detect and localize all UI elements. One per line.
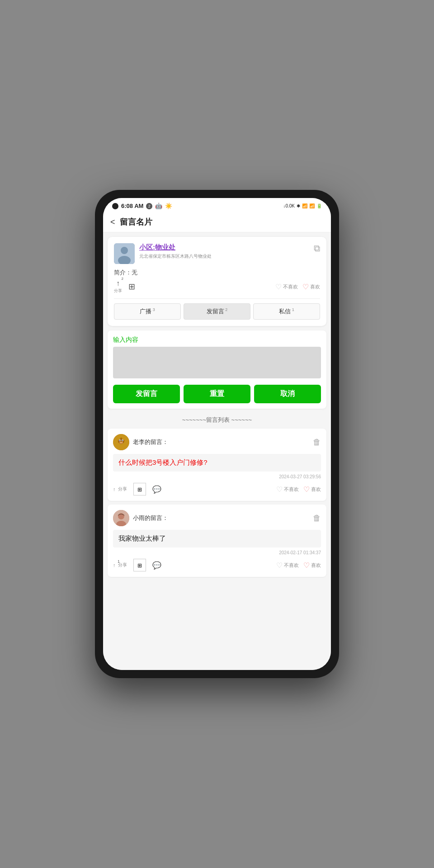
section-divider: ~~~~~~~留言列表 ~~~~~~ (103, 411, 331, 429)
phone-frame: 6:08 AM 2 🤖 ☀️ ↓0.0K ✱ 📶 📶 🔋 < 留言名片 (95, 190, 339, 678)
share-label-1: 分享 (118, 486, 127, 492)
submit-button[interactable]: 发留言 (113, 385, 180, 403)
qr-icon-1[interactable]: ⊞ (133, 483, 146, 495)
comment-like-label-1: 喜欢 (311, 486, 321, 493)
brightness-icon: ☀️ (165, 203, 172, 209)
card-name[interactable]: 小区:物业处 (139, 243, 212, 252)
dislike-button[interactable]: ♡ 不喜欢 (275, 283, 298, 291)
reset-button[interactable]: 重置 (184, 385, 250, 403)
comment-user-2: 小雨的留言： (113, 510, 168, 526)
share-count-small: 2 (122, 277, 123, 281)
input-actions: 发留言 重置 取消 (113, 385, 321, 403)
comment-dislike-label-1: 不喜欢 (284, 486, 299, 493)
svg-point-11 (119, 442, 123, 443)
share-button-small[interactable]: ↑ 2 分享 (114, 279, 122, 294)
tab-broadcast[interactable]: 广播 3 (114, 303, 181, 320)
status-left: 6:08 AM 2 🤖 ☀️ (112, 203, 172, 209)
svg-point-9 (119, 440, 120, 441)
comment-header: 老李的留言： 🗑 (113, 434, 321, 450)
comment-bubble-2[interactable]: 💬 (152, 561, 161, 570)
share-count-2: 1 (118, 559, 120, 564)
comment-dislike-icon-2: ♡ (276, 561, 283, 570)
svg-point-10 (122, 440, 123, 441)
signal-icon-1: 📶 (309, 203, 315, 208)
comment-like-label-2: 喜欢 (311, 562, 321, 569)
comment-user: 老李的留言： (113, 434, 168, 450)
share-icon: ↑ 2 (116, 279, 120, 288)
qr-icon[interactable]: ⊞ (128, 282, 135, 292)
comment-item: 老李的留言： 🗑 什么时候把3号楼入户门修修? 2024-03-27 03:29… (108, 429, 326, 501)
comment-dislike-2[interactable]: ♡ 不喜欢 (276, 561, 299, 570)
like-icon: ♡ (302, 283, 309, 291)
notification-badge: 2 (146, 203, 152, 209)
wifi-icon: 📶 (302, 203, 307, 208)
bluetooth-icon: ✱ (297, 203, 300, 208)
share-label: 分享 (114, 288, 122, 294)
delete-button-2[interactable]: 🗑 (313, 514, 321, 523)
tab-message[interactable]: 私信 1 (253, 303, 320, 320)
comment-dislike-icon-1: ♡ (276, 485, 283, 494)
tab-message-label: 私信 (279, 308, 291, 315)
tab-comment-badge: 2 (224, 307, 228, 312)
comment-bubble-1[interactable]: 💬 (152, 485, 161, 494)
comment-share-1[interactable]: ↑ 分享 (113, 486, 127, 492)
cancel-button[interactable]: 取消 (254, 385, 321, 403)
comment-dislike-1[interactable]: ♡ 不喜欢 (276, 485, 299, 494)
svg-point-1 (121, 247, 128, 254)
comment-input[interactable] (113, 347, 321, 378)
tab-broadcast-badge: 3 (151, 307, 155, 312)
android-icon: 🤖 (155, 203, 162, 209)
page-header: < 留言名片 (103, 212, 331, 232)
comment-item-2: 小雨的留言： 🗑 我家物业太棒了 2024-02-17 01:34:37 ↑ 1… (108, 505, 326, 577)
tab-comment[interactable]: 发留言 2 (184, 303, 250, 320)
qr-icon-2[interactable]: ⊞ (133, 559, 146, 571)
comment-footer-2: ↑ 1 分享 ⊞ 💬 ♡ 不喜欢 ♡ 喜欢 (113, 557, 321, 571)
content-area: 小区:物业处 元北省保定市栋东区木路八号物业处 ⧉ 简介：无 ↑ 2 分享 (103, 232, 331, 670)
share-icon-1: ↑ (113, 486, 116, 492)
dislike-label: 不喜欢 (283, 283, 298, 290)
comment-timestamp-2: 2024-02-17 01:34:37 (113, 550, 321, 555)
comment-content-box-2: 我家物业太棒了 (113, 530, 321, 547)
like-button[interactable]: ♡ 喜欢 (302, 283, 320, 291)
comment-timestamp-1: 2024-03-27 03:29:56 (113, 474, 321, 479)
share-icon-2: ↑ (113, 562, 116, 568)
camera-icon (112, 203, 118, 209)
phone-screen: 6:08 AM 2 🤖 ☀️ ↓0.0K ✱ 📶 📶 🔋 < 留言名片 (103, 198, 331, 670)
back-button[interactable]: < (110, 217, 115, 227)
comment-header-2: 小雨的留言： 🗑 (113, 510, 321, 526)
avatar (114, 243, 135, 264)
like-dislike-group: ♡ 不喜欢 ♡ 喜欢 (275, 283, 320, 291)
comment-avatar-1 (113, 434, 129, 450)
comment-like-group-2: ♡ 不喜欢 ♡ 喜欢 (276, 561, 321, 570)
input-hint: 输入内容 (113, 336, 321, 344)
status-time: 6:08 AM (121, 203, 143, 209)
card-left: 小区:物业处 元北省保定市栋东区木路八号物业处 (114, 243, 212, 264)
download-speed: ↓0.0K (283, 203, 295, 208)
dislike-icon: ♡ (275, 283, 282, 291)
comment-footer-1: ↑ 分享 ⊞ 💬 ♡ 不喜欢 ♡ 喜欢 (113, 481, 321, 495)
business-card: 小区:物业处 元北省保定市栋东区木路八号物业处 ⧉ 简介：无 ↑ 2 分享 (108, 237, 326, 326)
card-subtitle: 元北省保定市栋东区木路八号物业处 (139, 253, 212, 259)
status-bar: 6:08 AM 2 🤖 ☀️ ↓0.0K ✱ 📶 📶 🔋 (103, 198, 331, 212)
comment-username-2: 小雨的留言： (133, 514, 168, 522)
tab-message-badge: 1 (291, 307, 294, 312)
tab-buttons: 广播 3 发留言 2 私信 1 (114, 298, 320, 320)
comment-like-2[interactable]: ♡ 喜欢 (303, 561, 321, 570)
comment-share-2[interactable]: ↑ 1 分享 (113, 562, 127, 568)
card-actions: ↑ 2 分享 ⊞ ♡ 不喜欢 ♡ 喜欢 (114, 279, 320, 294)
card-intro: 简介：无 (114, 269, 320, 277)
comment-avatar-2 (113, 510, 129, 526)
comment-like-group-1: ♡ 不喜欢 ♡ 喜欢 (276, 485, 321, 494)
copy-icon[interactable]: ⧉ (314, 243, 320, 254)
comment-username-1: 老李的留言： (133, 438, 168, 446)
delete-button-1[interactable]: 🗑 (313, 438, 321, 447)
comment-like-icon-1: ♡ (303, 485, 310, 494)
comment-dislike-label-2: 不喜欢 (284, 562, 299, 569)
comment-like-icon-2: ♡ (303, 561, 310, 570)
card-header: 小区:物业处 元北省保定市栋东区木路八号物业处 ⧉ (114, 243, 320, 264)
comment-text-2: 我家物业太棒了 (118, 534, 316, 543)
battery-icon: 🔋 (316, 203, 322, 208)
page-title: 留言名片 (120, 217, 152, 227)
comment-like-1[interactable]: ♡ 喜欢 (303, 485, 321, 494)
tab-comment-label: 发留言 (207, 308, 224, 315)
